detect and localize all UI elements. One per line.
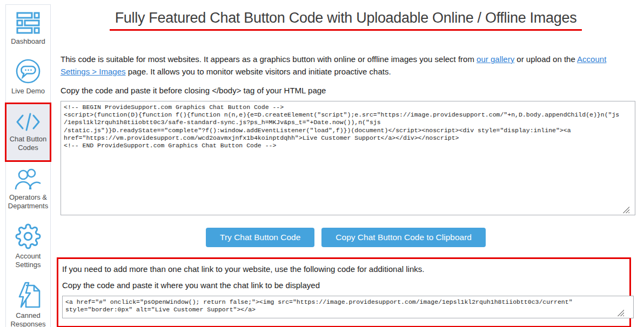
additional-links-section: If you need to add more than one chat li… [57, 257, 631, 327]
button-row: Try Chat Button Code Copy Chat Button Co… [61, 228, 631, 247]
additional-links-info: If you need to add more than one chat li… [62, 264, 626, 274]
sidebar-item-label: Live Demo [11, 87, 45, 96]
gear-icon [15, 223, 41, 249]
sidebar-item-live-demo[interactable]: Live Demo [6, 52, 50, 102]
page-title: Fully Featured Chat Button Code with Upl… [110, 10, 582, 31]
intro-text-2: or upload on the [514, 54, 577, 64]
chat-link-code-textarea[interactable]: <a href="#" onclick="psOpenWindow(); ret… [62, 296, 634, 318]
extra-code-container: <a href="#" onclick="psOpenWindow(); ret… [62, 296, 626, 318]
sidebar-item-canned-responses[interactable]: Canned Responses [6, 276, 50, 327]
chat-button-code-textarea[interactable]: <!-- BEGIN ProvideSupport.com Graphics C… [61, 101, 635, 215]
sidebar-item-label: Account Settings [7, 252, 49, 270]
sidebar-item-account-settings[interactable]: Account Settings [6, 217, 50, 276]
sidebar-item-label: Operators & Departments [7, 193, 49, 211]
sidebar-item-chat-button-codes[interactable]: Chat Button Codes [5, 103, 51, 162]
copy-instruction: Copy the code and paste it before closin… [61, 86, 631, 95]
code-icon [16, 112, 41, 132]
sidebar: Dashboard Live Demo [5, 4, 51, 327]
try-chat-button-code-button[interactable]: Try Chat Button Code [206, 228, 314, 247]
sidebar-item-dashboard[interactable]: Dashboard [6, 6, 50, 52]
main-code-container: <!-- BEGIN ProvideSupport.com Graphics C… [61, 101, 631, 215]
our-gallery-link[interactable]: our gallery [477, 54, 514, 64]
copy-code-to-clipboard-button[interactable]: Copy Chat Button Code to Clipboard [321, 228, 486, 247]
sidebar-item-label: Dashboard [11, 37, 45, 46]
main-content: Fully Featured Chat Button Code with Upl… [51, 0, 635, 327]
intro-text-1: This code is suitable for most websites.… [61, 54, 477, 64]
chat-bubble-icon [15, 58, 41, 84]
operators-icon [15, 168, 42, 190]
sidebar-item-operators-departments[interactable]: Operators & Departments [6, 162, 50, 217]
app-window: Dashboard Live Demo [0, 0, 644, 327]
intro-text-3: page. It allows you to monitor website v… [125, 67, 391, 76]
dashboard-icon [16, 12, 40, 35]
sidebar-item-label: Chat Button Codes [8, 135, 49, 153]
intro-paragraph: This code is suitable for most websites.… [61, 53, 631, 78]
sidebar-item-label: Canned Responses [7, 311, 49, 327]
lightning-page-icon [15, 282, 41, 309]
additional-copy-instruction: Copy the code and paste it where you wan… [62, 281, 626, 290]
